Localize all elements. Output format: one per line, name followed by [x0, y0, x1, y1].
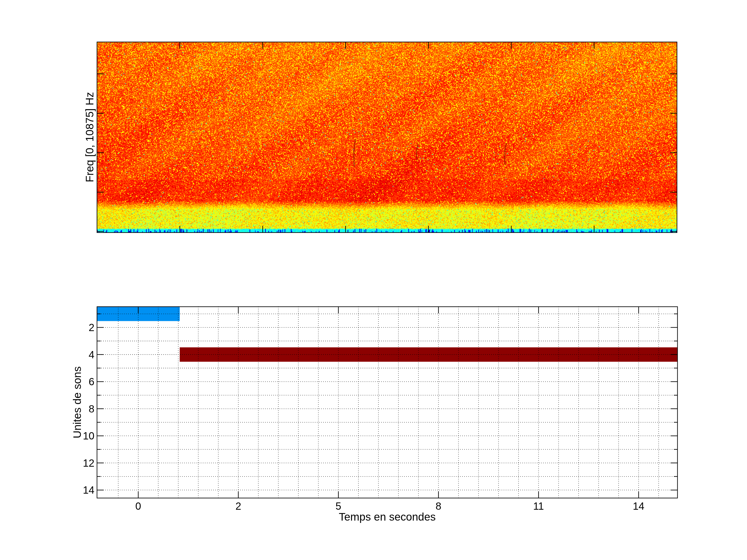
x-tick-label: 8: [436, 500, 441, 512]
bottom-axes-border: [97, 307, 677, 498]
sound-unit-4-bar: [180, 347, 677, 362]
y-tick-label: 14: [83, 484, 95, 496]
x-tick-label: 11: [533, 500, 544, 512]
spectrogram-y-axis-label: Freq [0, 10875] Hz: [83, 92, 96, 182]
x-tick-label: 0: [135, 500, 141, 512]
matlab-figure: 025811142468101214 Freq [0, 10875] Hz Un…: [0, 0, 747, 560]
x-tick-label: 14: [633, 500, 645, 512]
bottom-ticks: [97, 307, 677, 498]
y-tick-label: 2: [89, 322, 95, 333]
y-tick-label: 12: [83, 457, 95, 469]
x-tick-label: 5: [336, 500, 341, 512]
segmentation-bars: [97, 307, 677, 362]
y-tick-label: 4: [89, 349, 95, 361]
y-tick-label: 6: [89, 376, 95, 387]
spectrogram-axes-border: [97, 42, 677, 233]
y-tick-label: 10: [83, 430, 95, 442]
bottom-y-axis-label: Unites de sons: [71, 366, 83, 438]
axes-overlay: 025811142468101214 Freq [0, 10875] Hz Un…: [0, 0, 747, 560]
x-tick-label: 2: [235, 500, 241, 512]
spectrogram-ticks: [97, 42, 677, 233]
bottom-x-axis-label: Temps en secondes: [339, 511, 436, 523]
y-tick-label: 8: [89, 403, 95, 415]
bottom-gridlines: [97, 307, 677, 498]
